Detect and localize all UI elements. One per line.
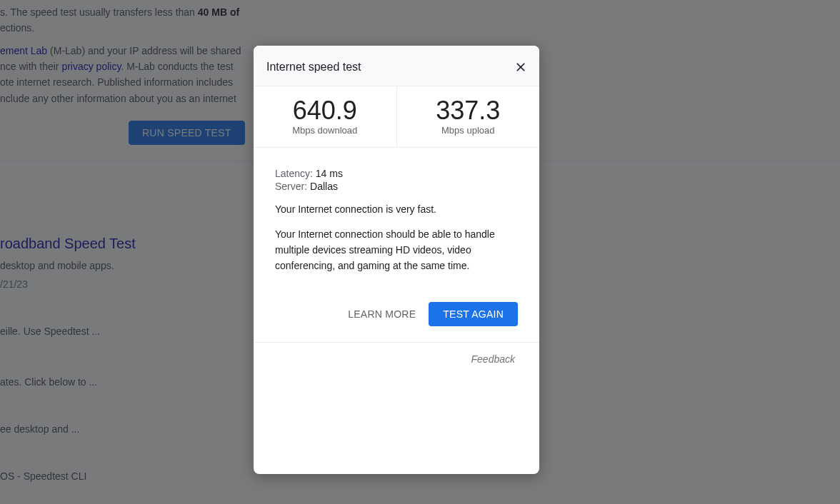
summary-text: Your Internet connection is very fast. — [275, 202, 518, 218]
dialog-title: Internet speed test — [266, 61, 361, 74]
speed-test-dialog: Internet speed test 640.9 Mbps download … — [254, 46, 539, 474]
test-again-button[interactable]: TEST AGAIN — [429, 302, 518, 326]
feedback-link[interactable]: Feedback — [471, 353, 515, 365]
details-section: Latency: 14 ms Server: Dallas Your Inter… — [254, 148, 539, 287]
upload-metric: 337.3 Mbps upload — [397, 86, 540, 147]
latency-line: Latency: 14 ms — [275, 168, 518, 179]
latency-label: Latency: — [275, 168, 316, 179]
close-button[interactable] — [512, 59, 529, 76]
button-row: LEARN MORE TEST AGAIN — [254, 302, 539, 342]
download-metric: 640.9 Mbps download — [254, 86, 397, 147]
download-label: Mbps download — [254, 125, 396, 136]
latency-value: 14 ms — [316, 168, 343, 179]
metrics-row: 640.9 Mbps download 337.3 Mbps upload — [254, 86, 539, 148]
upload-label: Mbps upload — [397, 125, 540, 136]
feedback-row: Feedback — [254, 343, 539, 366]
server-line: Server: Dallas — [275, 181, 518, 192]
download-value: 640.9 — [254, 96, 396, 125]
upload-value: 337.3 — [397, 96, 540, 125]
server-value: Dallas — [310, 181, 338, 192]
description-text: Your Internet connection should be able … — [275, 227, 518, 273]
server-label: Server: — [275, 181, 310, 192]
learn-more-button[interactable]: LEARN MORE — [348, 308, 416, 320]
dialog-header: Internet speed test — [254, 46, 539, 86]
close-icon — [514, 60, 528, 74]
